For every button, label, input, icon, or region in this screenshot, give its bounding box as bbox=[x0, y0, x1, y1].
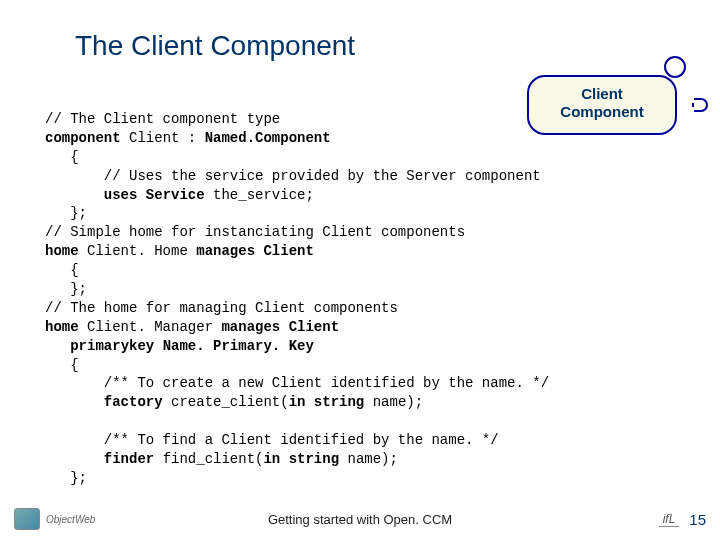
org-logo-icon bbox=[14, 508, 40, 530]
component-label-line1: Client bbox=[529, 85, 675, 103]
code-text: name); bbox=[339, 451, 398, 467]
page-number: 15 bbox=[689, 511, 706, 528]
type-name-primary-key: Name. Primary. Key bbox=[154, 338, 314, 354]
code-text: Client. Manager bbox=[79, 319, 222, 335]
keyword-uses: uses bbox=[104, 187, 138, 203]
keyword-finder: finder bbox=[104, 451, 154, 467]
code-line: /** To create a new Client identified by… bbox=[45, 375, 549, 391]
code-text: Client. Home bbox=[79, 243, 197, 259]
type-client: Client bbox=[255, 243, 314, 259]
code-line: }; bbox=[45, 470, 87, 486]
title-text: The Client Component bbox=[75, 30, 355, 61]
slide: The Client Component Client Component //… bbox=[0, 0, 720, 540]
ifl-logo: ifL bbox=[659, 512, 680, 527]
code-line: // The Client component type bbox=[45, 111, 280, 127]
code-line: }; bbox=[45, 205, 87, 221]
keyword-home: home bbox=[45, 243, 79, 259]
code-text bbox=[45, 451, 104, 467]
objectweb-logo: ObjectWeb bbox=[46, 514, 95, 525]
type-service: Service bbox=[146, 187, 205, 203]
code-line: // The home for managing Client componen… bbox=[45, 300, 398, 316]
keyword-in-string: in string bbox=[289, 394, 365, 410]
code-text: Client : bbox=[121, 130, 205, 146]
code-line: // Simple home for instanciating Client … bbox=[45, 224, 465, 240]
footer-right: ifL 15 bbox=[659, 511, 706, 528]
code-line: { bbox=[45, 149, 79, 165]
footer-caption: Getting started with Open. CCM bbox=[268, 512, 452, 527]
keyword-manages: manages bbox=[196, 243, 255, 259]
code-line: }; bbox=[45, 281, 87, 297]
code-text bbox=[45, 338, 70, 354]
code-line: { bbox=[45, 262, 79, 278]
code-text: name); bbox=[364, 394, 423, 410]
keyword-home: home bbox=[45, 319, 79, 335]
slide-title: The Client Component bbox=[75, 30, 355, 62]
code-text bbox=[137, 187, 145, 203]
code-block: // The Client component type component C… bbox=[45, 110, 705, 488]
keyword-primarykey: primarykey bbox=[70, 338, 154, 354]
code-line: { bbox=[45, 357, 79, 373]
type-named-component: Named.Component bbox=[205, 130, 331, 146]
keyword-manages: manages bbox=[221, 319, 280, 335]
provided-interface-icon bbox=[664, 56, 686, 78]
code-text bbox=[45, 187, 104, 203]
code-text: create_client( bbox=[163, 394, 289, 410]
code-text bbox=[45, 394, 104, 410]
code-text: the_service; bbox=[205, 187, 314, 203]
footer: ObjectWeb Getting started with Open. CCM… bbox=[0, 504, 720, 534]
code-line: // Uses the service provided by the Serv… bbox=[45, 168, 541, 184]
code-line: /** To find a Client identified by the n… bbox=[45, 432, 499, 448]
keyword-in-string: in string bbox=[263, 451, 339, 467]
code-text: find_client( bbox=[154, 451, 263, 467]
keyword-factory: factory bbox=[104, 394, 163, 410]
keyword-component: component bbox=[45, 130, 121, 146]
footer-left: ObjectWeb bbox=[14, 508, 95, 530]
type-client: Client bbox=[280, 319, 339, 335]
